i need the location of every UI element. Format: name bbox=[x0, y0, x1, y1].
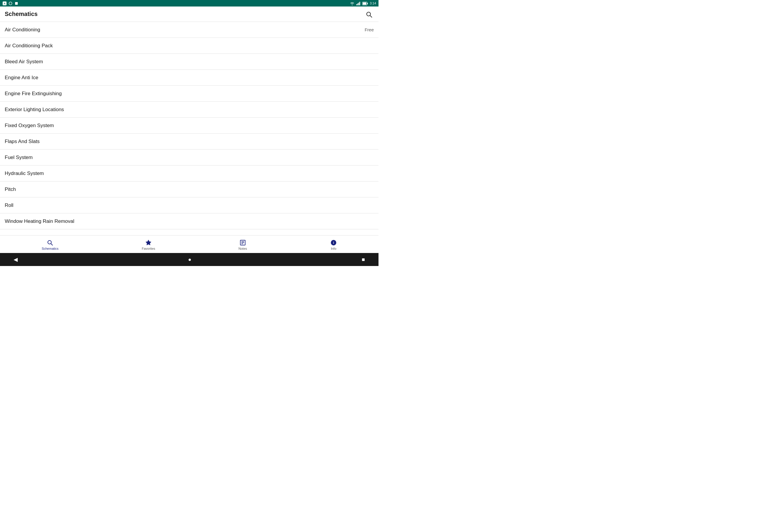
list-item[interactable]: Wing Anti Ice bbox=[0, 229, 378, 235]
bottom-navigation: SchematicsFavoritesNotesiInfo bbox=[0, 235, 378, 253]
nav-item-label: Notes bbox=[239, 247, 247, 250]
info-nav-icon: i bbox=[330, 239, 337, 246]
list-item[interactable]: Air ConditioningFree bbox=[0, 22, 378, 38]
list-item-label: Fixed Oxygen System bbox=[5, 123, 54, 129]
home-button[interactable]: ● bbox=[186, 255, 193, 265]
notification-icon bbox=[8, 1, 13, 5]
time-display: 3:14 bbox=[370, 1, 376, 5]
list-item[interactable]: Fixed Oxygen System bbox=[0, 118, 378, 133]
svg-marker-15 bbox=[146, 240, 151, 245]
list-item-label: Window Heating Rain Removal bbox=[5, 219, 74, 224]
app-icon-a: A bbox=[2, 1, 7, 5]
nav-item-favorites[interactable]: Favorites bbox=[136, 237, 161, 251]
list-item[interactable]: Roll bbox=[0, 197, 378, 213]
svg-rect-10 bbox=[363, 2, 366, 5]
back-button[interactable]: ◀ bbox=[12, 254, 19, 265]
list-item-label: Fuel System bbox=[5, 155, 33, 161]
list-item[interactable]: Bleed Air System bbox=[0, 54, 378, 70]
search-nav-icon bbox=[47, 239, 53, 246]
nav-item-schematics[interactable]: Schematics bbox=[36, 237, 65, 251]
list-item-label: Hydraulic System bbox=[5, 170, 44, 176]
signal-icon bbox=[356, 1, 360, 5]
list-item[interactable]: Window Heating Rain Removal bbox=[0, 213, 378, 229]
list-item[interactable]: Hydraulic System bbox=[0, 165, 378, 182]
search-button[interactable] bbox=[364, 9, 374, 19]
list-item[interactable]: Pitch bbox=[0, 182, 378, 197]
list-item[interactable]: Exterior Lighting Locations bbox=[0, 102, 378, 118]
list-item-label: Engine Fire Extinguishing bbox=[5, 91, 62, 97]
nav-item-label: Info bbox=[331, 247, 336, 250]
svg-point-11 bbox=[367, 12, 371, 16]
svg-line-14 bbox=[51, 244, 53, 245]
list-item-label: Pitch bbox=[5, 187, 16, 192]
app-bar: Schematics bbox=[0, 7, 378, 22]
battery-icon bbox=[362, 1, 368, 5]
status-bar: A bbox=[0, 0, 378, 7]
recents-button[interactable]: ■ bbox=[360, 255, 367, 265]
list-item[interactable]: Fuel System bbox=[0, 150, 378, 165]
list-item-label: Roll bbox=[5, 202, 13, 208]
app-icon-b bbox=[14, 1, 18, 5]
wifi-icon bbox=[350, 1, 354, 5]
svg-text:A: A bbox=[4, 2, 6, 5]
svg-point-13 bbox=[48, 240, 51, 244]
list-item-label: Exterior Lighting Locations bbox=[5, 107, 64, 113]
svg-line-12 bbox=[370, 15, 372, 17]
svg-rect-5 bbox=[357, 3, 358, 5]
nav-item-label: Favorites bbox=[142, 247, 155, 250]
system-nav-bar: ◀ ● ■ bbox=[0, 253, 378, 266]
svg-rect-7 bbox=[359, 2, 360, 5]
list-item-label: Engine Anti Ice bbox=[5, 75, 38, 81]
status-bar-right: 3:14 bbox=[350, 1, 376, 5]
list-item-badge: Free bbox=[365, 27, 374, 32]
list-item-label: Air Conditioning Pack bbox=[5, 43, 53, 49]
nav-item-info[interactable]: iInfo bbox=[324, 237, 343, 251]
svg-point-2 bbox=[9, 2, 12, 5]
notes-nav-icon bbox=[239, 239, 246, 246]
svg-text:i: i bbox=[333, 241, 334, 245]
svg-rect-6 bbox=[358, 3, 359, 5]
star-nav-icon bbox=[145, 239, 152, 246]
list-item-label: Air Conditioning bbox=[5, 27, 40, 33]
svg-rect-9 bbox=[367, 3, 368, 4]
list-item[interactable]: Air Conditioning Pack bbox=[0, 38, 378, 54]
list-item-label: Flaps And Slats bbox=[5, 139, 40, 144]
status-bar-left: A bbox=[2, 1, 18, 5]
svg-rect-4 bbox=[356, 4, 357, 5]
page-title: Schematics bbox=[5, 11, 38, 17]
svg-rect-3 bbox=[15, 2, 18, 5]
list-item[interactable]: Engine Anti Ice bbox=[0, 70, 378, 86]
nav-item-label: Schematics bbox=[42, 247, 59, 250]
list-item[interactable]: Flaps And Slats bbox=[0, 133, 378, 150]
content-list: Air ConditioningFreeAir Conditioning Pac… bbox=[0, 22, 378, 235]
list-item[interactable]: Engine Fire Extinguishing bbox=[0, 86, 378, 102]
list-item-label: Bleed Air System bbox=[5, 59, 43, 65]
nav-item-notes[interactable]: Notes bbox=[233, 237, 253, 251]
